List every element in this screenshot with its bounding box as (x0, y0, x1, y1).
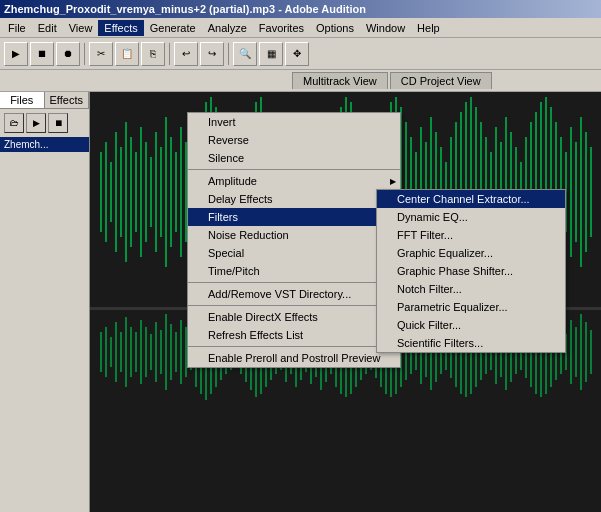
svg-rect-102 (105, 327, 107, 377)
svg-rect-3 (110, 162, 112, 222)
svg-rect-9 (140, 127, 142, 257)
waveform-area: Invert Reverse Silence Amplitude Delay E… (90, 92, 601, 512)
side-icon-stop[interactable]: ⏹ (48, 113, 68, 133)
side-icon-open[interactable]: 🗁 (4, 113, 24, 133)
side-panel: Files Effects 🗁 ▶ ⏹ Zhemch... (0, 92, 90, 512)
svg-rect-106 (125, 317, 127, 387)
menu-bar: File Edit View Effects Generate Analyze … (0, 18, 601, 38)
menu-add-vst[interactable]: Add/Remove VST Directory... (188, 285, 400, 303)
svg-rect-113 (160, 330, 162, 374)
toolbar-btn-5[interactable]: 📋 (115, 42, 139, 66)
svg-rect-107 (130, 327, 132, 377)
view-tabs: Multitrack View CD Project View (0, 70, 601, 92)
svg-rect-195 (570, 320, 572, 384)
menu-help[interactable]: Help (411, 20, 446, 36)
menu-delay-effects[interactable]: Delay Effects (188, 190, 400, 208)
svg-rect-198 (585, 322, 587, 382)
svg-rect-199 (590, 330, 592, 374)
svg-rect-98 (585, 132, 587, 252)
menu-effects[interactable]: Effects (98, 20, 143, 36)
toolbar-btn-4[interactable]: ✂ (89, 42, 113, 66)
menu-silence[interactable]: Silence (188, 149, 400, 167)
toolbar-btn-8[interactable]: ↪ (200, 42, 224, 66)
submenu-fft-filter[interactable]: FFT Filter... (377, 226, 565, 244)
separator-4 (188, 346, 400, 347)
submenu-parametric-eq[interactable]: Parametric Equalizer... (377, 298, 565, 316)
separator-1 (188, 169, 400, 170)
svg-rect-99 (590, 147, 592, 237)
svg-rect-104 (115, 322, 117, 382)
toolbar-btn-1[interactable]: ▶ (4, 42, 28, 66)
svg-rect-105 (120, 332, 122, 372)
menu-time-pitch[interactable]: Time/Pitch (188, 262, 400, 280)
svg-rect-115 (170, 324, 172, 380)
side-tab-effects[interactable]: Effects (45, 92, 90, 108)
menu-invert[interactable]: Invert (188, 113, 400, 131)
toolbar-btn-3[interactable]: ⏺ (56, 42, 80, 66)
menu-edit[interactable]: Edit (32, 20, 63, 36)
side-icons: 🗁 ▶ ⏹ (0, 109, 89, 137)
submenu-quick-filter[interactable]: Quick Filter... (377, 316, 565, 334)
svg-rect-6 (125, 122, 127, 262)
svg-rect-1 (100, 152, 102, 232)
toolbar-btn-move[interactable]: ✥ (285, 42, 309, 66)
separator-3 (188, 305, 400, 306)
file-item[interactable]: Zhemch... (0, 137, 89, 152)
submenu-scientific-filters[interactable]: Scientific Filters... (377, 334, 565, 352)
toolbar-sep-1 (84, 43, 85, 65)
svg-rect-97 (580, 117, 582, 267)
submenu-graphic-phase[interactable]: Graphic Phase Shifter... (377, 262, 565, 280)
svg-rect-95 (570, 127, 572, 257)
menu-special[interactable]: Special (188, 244, 400, 262)
effects-menu: Invert Reverse Silence Amplitude Delay E… (187, 112, 401, 368)
toolbar-sep-2 (169, 43, 170, 65)
toolbar-sep-3 (228, 43, 229, 65)
filters-submenu: Center Channel Extractor... Dynamic EQ..… (376, 189, 566, 353)
menu-enable-directx[interactable]: Enable DirectX Effects (188, 308, 400, 326)
submenu-notch-filter[interactable]: Notch Filter... (377, 280, 565, 298)
title-text: Zhemchug_Proxodit_vremya_minus+2 (partia… (4, 3, 366, 15)
title-bar: Zhemchug_Proxodit_vremya_minus+2 (partia… (0, 0, 601, 18)
menu-reverse[interactable]: Reverse (188, 131, 400, 149)
menu-filters[interactable]: Filters (188, 208, 400, 226)
menu-favorites[interactable]: Favorites (253, 20, 310, 36)
svg-rect-4 (115, 132, 117, 252)
menu-analyze[interactable]: Analyze (202, 20, 253, 36)
menu-file[interactable]: File (2, 20, 32, 36)
toolbar-btn-7[interactable]: ↩ (174, 42, 198, 66)
toolbar-btn-zoom[interactable]: 🔍 (233, 42, 257, 66)
menu-generate[interactable]: Generate (144, 20, 202, 36)
menu-refresh-effects[interactable]: Refresh Effects List (188, 326, 400, 344)
menu-amplitude[interactable]: Amplitude (188, 172, 400, 190)
svg-rect-103 (110, 337, 112, 367)
svg-rect-17 (180, 127, 182, 257)
menu-preroll[interactable]: Enable Preroll and Postroll Preview (188, 349, 400, 367)
menu-options[interactable]: Options (310, 20, 360, 36)
toolbar-btn-sel[interactable]: ▦ (259, 42, 283, 66)
svg-rect-8 (135, 152, 137, 232)
svg-rect-197 (580, 314, 582, 390)
menu-noise-reduction[interactable]: Noise Reduction (188, 226, 400, 244)
svg-rect-108 (135, 332, 137, 372)
svg-rect-5 (120, 147, 122, 237)
side-icon-play[interactable]: ▶ (26, 113, 46, 133)
toolbar-btn-6[interactable]: ⎘ (141, 42, 165, 66)
submenu-graphic-eq[interactable]: Graphic Equalizer... (377, 244, 565, 262)
menu-window[interactable]: Window (360, 20, 411, 36)
tab-cd[interactable]: CD Project View (390, 72, 492, 89)
separator-2 (188, 282, 400, 283)
submenu-center-channel[interactable]: Center Channel Extractor... (377, 190, 565, 208)
svg-rect-110 (145, 327, 147, 377)
svg-rect-10 (145, 142, 147, 242)
toolbar-btn-2[interactable]: ⏹ (30, 42, 54, 66)
submenu-dynamic-eq[interactable]: Dynamic EQ... (377, 208, 565, 226)
svg-rect-13 (160, 147, 162, 237)
svg-rect-109 (140, 320, 142, 384)
svg-rect-16 (175, 152, 177, 232)
side-tabs: Files Effects (0, 92, 89, 109)
svg-rect-112 (155, 322, 157, 382)
tab-multitrack[interactable]: Multitrack View (292, 72, 388, 89)
svg-rect-12 (155, 132, 157, 252)
menu-view[interactable]: View (63, 20, 99, 36)
side-tab-files[interactable]: Files (0, 92, 45, 108)
